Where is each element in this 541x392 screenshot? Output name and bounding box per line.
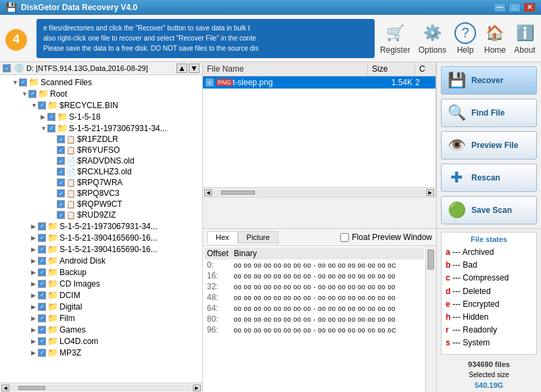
right-panel: File Name Size C ✓ PNG t-sleep.png 1.54K…: [203, 62, 541, 392]
tree-checkbox[interactable]: ✓: [47, 124, 55, 132]
tree-checkbox[interactable]: ✓: [57, 157, 65, 165]
about-icon: ℹ️: [514, 22, 536, 44]
file-scrollbar-h[interactable]: ◄ ►: [203, 187, 436, 197]
tree-checkbox[interactable]: ✓: [38, 303, 46, 311]
list-item[interactable]: ✓ 📋 $R1FZDLR: [1, 134, 201, 145]
file-checkbox[interactable]: ✓: [206, 78, 214, 87]
tree-checkbox[interactable]: ✓: [57, 135, 65, 143]
home-button[interactable]: 🏠 Home: [484, 22, 506, 55]
hex-binary: 00 00 00 00 00 00 00 00 - 00 00 00 00 00…: [231, 324, 424, 335]
hex-scrollbar-thumb[interactable]: [427, 249, 434, 270]
tree-checkbox[interactable]: ✓: [38, 101, 46, 109]
list-item[interactable]: ▶ ✓ 📁 MP3Z: [1, 347, 201, 358]
list-item[interactable]: ▶ ✓ 📁 Film: [1, 312, 201, 324]
list-item[interactable]: ▶ ✓ 📁 Backup: [1, 266, 201, 278]
help-button[interactable]: ? Help: [454, 22, 476, 55]
list-item[interactable]: ✓ 📋 $R6YUFSO: [1, 145, 201, 155]
tree-checkbox[interactable]: ✓: [47, 113, 55, 121]
float-preview-checkbox[interactable]: [340, 233, 349, 242]
tree-checkbox[interactable]: ✓: [57, 178, 65, 187]
about-button[interactable]: ℹ️ About: [514, 22, 536, 55]
list-item[interactable]: ▼ ✓ 📁 $RECYCLE.BIN: [1, 99, 201, 111]
scroll-right-btn[interactable]: ►: [193, 385, 201, 391]
list-item[interactable]: ✓ 📋 $RUD9ZIZ: [1, 210, 201, 220]
list-item[interactable]: ✓ 📋 $RPQ8VC3: [1, 188, 201, 199]
table-row[interactable]: ✓ PNG t-sleep.png 1.54K 2: [203, 76, 436, 89]
hex-data: Offset Binary 0: 00 00 00 00 00 00 00 00…: [203, 246, 425, 392]
tree-checkbox[interactable]: ✓: [38, 245, 46, 253]
hex-table: Offset Binary 0: 00 00 00 00 00 00 00 00…: [204, 247, 424, 335]
recover-button[interactable]: 💾 Recover: [441, 66, 537, 95]
tree-checkbox[interactable]: ✓: [38, 349, 46, 357]
list-item[interactable]: ▶ ✓ 📁 Games: [1, 324, 201, 335]
tree-checkbox[interactable]: ✓: [38, 314, 46, 322]
state-desc: --- Deleted: [452, 285, 491, 298]
file-scrollbar-thumb[interactable]: [221, 191, 255, 195]
list-item[interactable]: ▼ ✓ 📁 Scanned Files: [1, 76, 201, 88]
rescan-button[interactable]: ✚ Rescan: [441, 164, 537, 192]
tree-checkbox[interactable]: ✓: [38, 326, 46, 334]
hex-scrollbar-v[interactable]: [425, 246, 436, 392]
drive-checkbox[interactable]: ✓: [3, 64, 11, 72]
hex-offset: 32:: [204, 281, 231, 292]
tree-checkbox[interactable]: ✓: [38, 280, 46, 288]
list-item[interactable]: ✓ 📋 $RPQ7WRA: [1, 177, 201, 188]
preview-file-button[interactable]: 👁️ Preview File: [441, 131, 537, 160]
scroll-left-btn[interactable]: ◄: [1, 385, 9, 391]
list-item[interactable]: ▶ ✓ 📁 S-1-5-21-3904165690-16...: [1, 232, 201, 243]
state-desc: --- Bad: [452, 259, 477, 272]
minimize-button[interactable]: —: [494, 3, 506, 12]
tree-checkbox[interactable]: ✓: [57, 168, 65, 176]
tree-scrollbar-h[interactable]: ◄ ►: [0, 383, 202, 392]
hex-offset: 48:: [204, 292, 231, 303]
list-item[interactable]: ▶ ✓ 📁 Digital: [1, 301, 201, 312]
list-item[interactable]: ▶ ✓ 📁 Android Disk: [1, 255, 201, 266]
list-item[interactable]: ▶ ✓ 📁 LO4D.com: [1, 335, 201, 347]
tree-checkbox[interactable]: ✓: [57, 200, 65, 208]
tree-checkbox[interactable]: ✓: [38, 222, 46, 230]
tree-node-label: $R6YUFSO: [77, 145, 120, 155]
tree-checkbox[interactable]: ✓: [38, 234, 46, 242]
tree-checkbox[interactable]: ✓: [57, 189, 65, 197]
tree-checkbox[interactable]: ✓: [28, 90, 37, 98]
hex-header: Offset Binary: [204, 247, 424, 260]
list-item[interactable]: ▶ ✓ 📁 CD Images: [1, 278, 201, 289]
list-item[interactable]: ✓ 📄 $RADVDNS.old: [1, 155, 201, 166]
rescan-icon: ✚: [447, 169, 466, 187]
list-item[interactable]: ▼ ✓ 📁 Root: [1, 88, 201, 99]
tree-checkbox[interactable]: ✓: [57, 211, 65, 219]
tree-checkbox[interactable]: ✓: [38, 291, 46, 299]
tab-picture[interactable]: Picture: [238, 231, 279, 243]
list-item[interactable]: ▶ ✓ 📁 S-1-5-18: [1, 111, 201, 122]
file-states-title: File states: [446, 235, 532, 243]
list-item[interactable]: ▶ ✓ 📁 S-1-5-21-3904165690-16...: [1, 243, 201, 255]
file-scroll-left[interactable]: ◄: [204, 189, 212, 196]
tree-checkbox[interactable]: ✓: [19, 78, 27, 87]
list-item[interactable]: ✓ 📄 $RCXLHZ3.old: [1, 166, 201, 177]
tree-checkbox[interactable]: ✓: [38, 268, 46, 276]
options-button[interactable]: ⚙️ Options: [419, 22, 446, 55]
file-scroll-right[interactable]: ►: [426, 189, 434, 196]
scrollbar-thumb[interactable]: [18, 386, 45, 390]
close-button[interactable]: ✕: [523, 3, 536, 12]
maximize-button[interactable]: □: [509, 3, 521, 12]
file-list-row: File Name Size C ✓ PNG t-sleep.png 1.54K…: [203, 62, 541, 229]
tab-hex[interactable]: Hex: [207, 231, 238, 243]
file-name: t-sleep.png: [230, 78, 368, 87]
list-item: e --- Encrypted: [446, 298, 532, 311]
list-item[interactable]: ▶ ✓ 📁 S-1-5-21-1973067931-34...: [1, 220, 201, 232]
app-icon: 💾: [5, 2, 17, 13]
save-scan-button[interactable]: 🟢 Save Scan: [441, 196, 537, 224]
find-file-button[interactable]: 🔍 Find File: [441, 99, 537, 127]
tree-checkbox[interactable]: ✓: [57, 146, 65, 154]
tree-scroll-up[interactable]: ▲: [177, 64, 187, 73]
list-item[interactable]: ✓ 📋 $RQPW9CT: [1, 199, 201, 210]
tree-checkbox[interactable]: ✓: [38, 337, 46, 345]
tree-scroll-down[interactable]: ▼: [189, 64, 199, 73]
tree-node-label: Root: [50, 89, 67, 99]
list-item[interactable]: ▼ ✓ 📁 S-1-5-21-1973067931-34...: [1, 122, 201, 134]
tree-checkbox[interactable]: ✓: [38, 257, 46, 265]
preview-file-label: Preview File: [471, 141, 518, 150]
register-button[interactable]: 🛒 Register: [380, 22, 410, 55]
list-item[interactable]: ▶ ✓ 📁 DCIM: [1, 289, 201, 301]
